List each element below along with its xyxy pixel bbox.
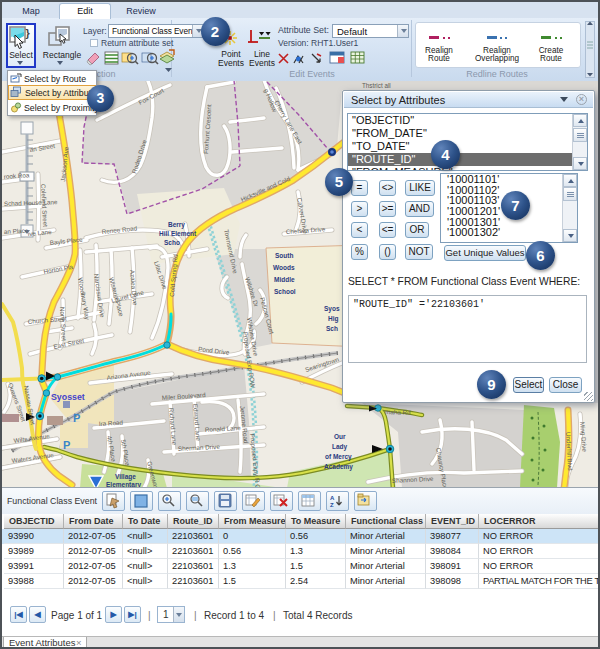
svg-text:Thstrict all: Thstrict all (362, 82, 391, 89)
svg-text:Z: Z (330, 502, 334, 508)
svg-text:Our: Our (334, 433, 346, 440)
svg-text:Lady: Lady (332, 443, 348, 451)
svg-text:ive Lane: ive Lane (27, 228, 52, 237)
svg-text:Village: Village (115, 473, 136, 481)
svg-text:Schad House Lane: Schad House Lane (4, 198, 58, 207)
svg-text:Woods: Woods (273, 264, 295, 271)
svg-text:Ira Road: Ira Road (99, 419, 124, 427)
svg-text:Hig: Hig (328, 315, 339, 323)
svg-text:Azalea Drive: Azalea Drive (129, 269, 139, 306)
svg-text:East Street: East Street (53, 337, 85, 350)
svg-text:Hill Element: Hill Element (159, 230, 197, 237)
svg-text:School: School (274, 288, 296, 295)
svg-text:Colefield Street: Colefield Street (40, 184, 49, 228)
svg-text:A: A (330, 495, 335, 501)
svg-text:P: P (63, 439, 70, 451)
svg-text:Syosset: Syosset (51, 392, 85, 402)
svg-text:Scho: Scho (164, 239, 180, 246)
svg-text:an Place: an Place (4, 227, 29, 235)
svg-text:P: P (73, 412, 80, 424)
svg-text:Berry: Berry (168, 221, 185, 229)
svg-text:Syos: Syos (324, 305, 340, 313)
svg-text:Middle: Middle (274, 276, 295, 283)
svg-text:Sch: Sch (326, 325, 338, 332)
svg-text:Academy: Academy (324, 463, 353, 471)
svg-text:South: South (275, 252, 293, 259)
svg-text:maha Rd: maha Rd (385, 408, 411, 416)
svg-text:of Mercy: of Mercy (325, 453, 352, 461)
